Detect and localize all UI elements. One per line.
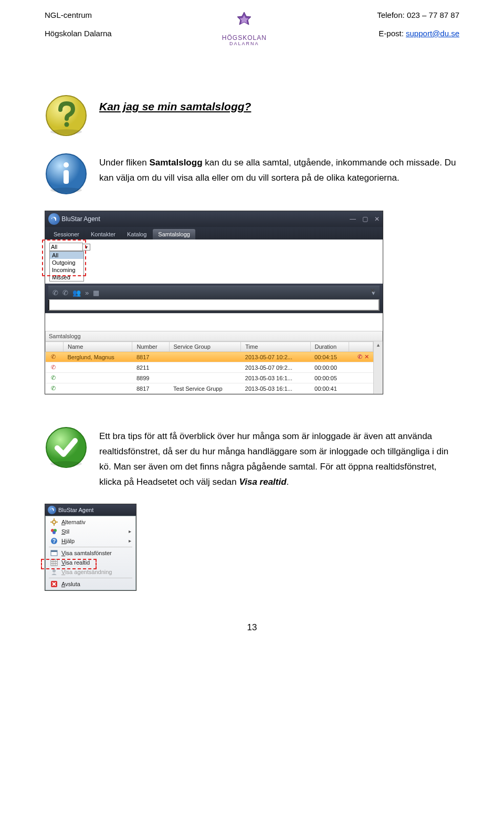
header-phone: Telefon: 023 – 77 87 87 [377, 11, 459, 19]
col-service-group[interactable]: Service Group [169, 342, 241, 352]
table-row[interactable]: ✆8817Test Service Grupp2013-05-03 16:1..… [46, 383, 373, 394]
highlight-dashed-visarealtid [41, 559, 97, 569]
app2-titlebar: BluStar Agent [45, 504, 136, 516]
help-icon: ? [50, 537, 58, 545]
svg-point-4 [50, 187, 82, 193]
people-icon[interactable]: 👥 [72, 289, 81, 297]
svg-rect-6 [64, 170, 69, 184]
app1-toolbar: ✆ ✆ 👥 » ▦ ▾ [48, 286, 380, 299]
app-blustar-main: BluStar Agent — ▢ ✕ SessionerKontakterKa… [45, 211, 383, 394]
palette-icon [50, 528, 58, 535]
headset-icon [48, 213, 60, 225]
svg-point-5 [64, 162, 69, 168]
gear-icon [50, 518, 58, 526]
menu-item-avsluta[interactable]: Avsluta [47, 579, 134, 589]
headset-icon[interactable] [48, 506, 56, 514]
row-delete-icon[interactable]: ✕ [364, 353, 369, 360]
chevron-right-icon: ▸ [129, 538, 131, 544]
header-left: NGL-centrum Högskolan Dalarna [45, 11, 112, 38]
col-name[interactable]: Name [64, 342, 132, 352]
chevron-right-icon: ▸ [129, 528, 131, 534]
maximize-icon[interactable]: ▢ [362, 215, 368, 223]
menu-item-visa-samtalsfönster[interactable]: Visa samtalsfönster [47, 548, 134, 558]
header-right: Telefon: 023 – 77 87 87 E-post: support@… [377, 11, 459, 38]
section-heading: Kan jag se min samtalslogg? [99, 100, 251, 112]
highlight-dashed-filter [42, 239, 86, 276]
context-menu: AlternativStil▸?Hjälp▸Visa samtalsfönste… [45, 516, 136, 590]
agent-icon [50, 568, 58, 576]
menu-item-alternativ[interactable]: Alternativ [47, 517, 134, 527]
call-log-table: NameNumberService GroupTimeDuration ✆Ber… [45, 341, 373, 394]
info-row: Under fliken Samtalslogg kan du se alla … [45, 152, 459, 197]
svg-rect-20 [51, 550, 57, 552]
app-blustar-menu: BluStar Agent AlternativStil▸?Hjälp▸Visa… [45, 504, 136, 591]
header-left-line2: Högskolan Dalarna [45, 29, 112, 38]
email-link[interactable]: support@du.se [406, 29, 459, 38]
question-row: Kan jag se min samtalslogg? [45, 94, 459, 139]
forward-icon[interactable]: » [85, 289, 89, 297]
window-icon [50, 549, 58, 557]
hangup-icon[interactable]: ✆ [62, 289, 68, 297]
tip-row: Ett bra tips för att få överblick över h… [45, 426, 459, 490]
checkmark-icon [45, 426, 91, 471]
phone-icon[interactable]: ✆ [52, 289, 58, 297]
scrollbar[interactable]: ▲ [373, 341, 383, 394]
table-row[interactable]: ✆82112013-05-07 09:2...00:00:00 [46, 362, 373, 373]
svg-point-1 [50, 129, 82, 134]
app1-tabs: SessionerKontakterKatalogSamtalslogg [45, 227, 383, 239]
search-input[interactable] [48, 299, 380, 311]
close-icon [50, 580, 58, 588]
header-logo: HÖGSKOLAN DALARNA [222, 11, 267, 47]
clear-search-icon[interactable]: ✕ [370, 287, 375, 295]
question-icon [45, 94, 91, 139]
svg-point-26 [52, 569, 56, 572]
svg-point-16 [52, 531, 56, 534]
logo-icon [232, 11, 257, 34]
table-row[interactable]: ✆Berglund, Magnus88172013-05-07 10:2...0… [46, 352, 373, 362]
page-header: NGL-centrum Högskolan Dalarna HÖGSKOLAN … [45, 11, 459, 47]
section-label-samtalslogg: Samtalslogg [45, 331, 383, 341]
table-row[interactable]: ✆88992013-05-03 16:1...00:00:05 [46, 373, 373, 383]
svg-point-8 [50, 461, 82, 466]
header-left-line1: NGL-centrum [45, 11, 112, 19]
tab-sessioner[interactable]: Sessioner [48, 229, 85, 239]
menu-item-hjälp[interactable]: ?Hjälp▸ [47, 536, 134, 546]
tab-kontakter[interactable]: Kontakter [86, 229, 121, 239]
tab-katalog[interactable]: Katalog [122, 229, 152, 239]
menu-item-stil[interactable]: Stil▸ [47, 527, 134, 536]
minimize-icon[interactable]: — [350, 215, 356, 223]
logo-text: HÖGSKOLAN DALARNA [222, 35, 267, 47]
app1-titlebar: BluStar Agent — ▢ ✕ [45, 211, 383, 227]
filter-row: ▾ AllOutgoingIncomingMissed [45, 239, 383, 284]
page-number: 13 [45, 622, 459, 633]
tip-paragraph: Ett bra tips för att få överblick över h… [99, 426, 459, 490]
info-icon [45, 152, 91, 197]
row-action-icon[interactable]: ✆ [358, 353, 362, 360]
col-duration[interactable]: Duration [310, 342, 349, 352]
close-icon[interactable]: ✕ [374, 215, 380, 223]
svg-point-9 [52, 520, 56, 524]
svg-text:?: ? [52, 538, 56, 544]
col-time[interactable]: Time [241, 342, 310, 352]
col-number[interactable]: Number [132, 342, 169, 352]
keypad-icon[interactable]: ▦ [93, 289, 99, 297]
header-email: E-post: support@du.se [377, 29, 459, 38]
svg-point-2 [65, 122, 69, 127]
search-row: ✆ ✆ 👥 » ▦ ▾ ✕ [45, 284, 383, 313]
tab-samtalslogg[interactable]: Samtalslogg [153, 229, 195, 239]
info-paragraph: Under fliken Samtalslogg kan du se alla … [99, 152, 459, 186]
